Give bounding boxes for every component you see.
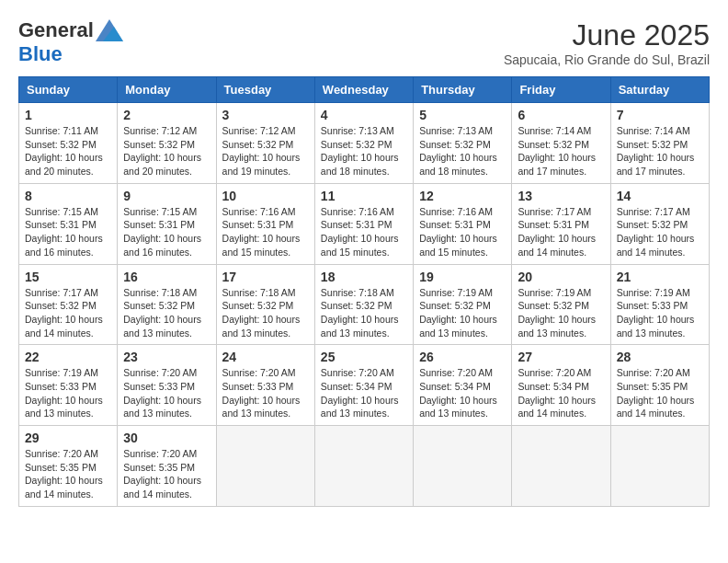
sunset-label: Sunset: 5:35 PM — [25, 462, 97, 473]
calendar-day-cell: 17 Sunrise: 7:18 AM Sunset: 5:32 PM Dayl… — [216, 264, 314, 345]
daylight-label: Daylight: 10 hours and 14 minutes. — [518, 233, 596, 258]
calendar-day-cell — [216, 426, 314, 507]
day-info: Sunrise: 7:17 AM Sunset: 5:32 PM Dayligh… — [25, 286, 111, 340]
sunrise-label: Sunrise: 7:17 AM — [617, 206, 690, 217]
day-number: 30 — [123, 431, 210, 445]
calendar-day-cell: 30 Sunrise: 7:20 AM Sunset: 5:35 PM Dayl… — [118, 426, 216, 507]
daylight-label: Daylight: 10 hours and 20 minutes. — [123, 152, 201, 177]
logo-icon — [96, 19, 123, 41]
daylight-label: Daylight: 10 hours and 18 minutes. — [321, 152, 399, 177]
sunset-label: Sunset: 5:31 PM — [222, 219, 294, 230]
sunset-label: Sunset: 5:31 PM — [123, 219, 195, 230]
calendar-day-cell: 28 Sunrise: 7:20 AM Sunset: 5:35 PM Dayl… — [610, 345, 709, 426]
day-number: 23 — [123, 350, 210, 364]
calendar-day-cell: 29 Sunrise: 7:20 AM Sunset: 5:35 PM Dayl… — [19, 426, 118, 507]
sunset-label: Sunset: 5:34 PM — [419, 381, 491, 392]
day-info: Sunrise: 7:16 AM Sunset: 5:31 PM Dayligh… — [321, 205, 407, 259]
calendar-day-header: Sunday — [19, 77, 118, 103]
sunset-label: Sunset: 5:31 PM — [321, 219, 392, 230]
day-number: 8 — [25, 189, 111, 203]
day-info: Sunrise: 7:12 AM Sunset: 5:32 PM Dayligh… — [222, 124, 309, 178]
day-number: 7 — [617, 108, 703, 122]
sunrise-label: Sunrise: 7:20 AM — [123, 367, 197, 378]
daylight-label: Daylight: 10 hours and 15 minutes. — [222, 233, 301, 258]
calendar-day-header: Wednesday — [314, 77, 413, 103]
sunrise-label: Sunrise: 7:19 AM — [25, 367, 98, 378]
sunset-label: Sunset: 5:32 PM — [222, 139, 294, 150]
sunrise-label: Sunrise: 7:20 AM — [617, 367, 690, 378]
calendar-day-header: Thursday — [414, 77, 512, 103]
day-info: Sunrise: 7:12 AM Sunset: 5:32 PM Dayligh… — [123, 124, 210, 178]
sunrise-label: Sunrise: 7:17 AM — [25, 287, 98, 298]
sunrise-label: Sunrise: 7:11 AM — [25, 125, 98, 136]
calendar-header-row: SundayMondayTuesdayWednesdayThursdayFrid… — [19, 77, 710, 103]
day-number: 16 — [123, 270, 210, 284]
sunset-label: Sunset: 5:32 PM — [518, 139, 589, 150]
daylight-label: Daylight: 10 hours and 13 minutes. — [123, 395, 201, 419]
calendar-day-cell: 23 Sunrise: 7:20 AM Sunset: 5:33 PM Dayl… — [118, 345, 216, 426]
day-info: Sunrise: 7:20 AM Sunset: 5:34 PM Dayligh… — [321, 366, 407, 420]
sunset-label: Sunset: 5:33 PM — [25, 381, 97, 392]
calendar-day-cell: 8 Sunrise: 7:15 AM Sunset: 5:31 PM Dayli… — [19, 183, 118, 264]
day-info: Sunrise: 7:20 AM Sunset: 5:33 PM Dayligh… — [222, 366, 309, 420]
day-number: 12 — [419, 189, 506, 203]
day-info: Sunrise: 7:15 AM Sunset: 5:31 PM Dayligh… — [25, 205, 111, 259]
sunrise-label: Sunrise: 7:14 AM — [617, 125, 690, 136]
day-info: Sunrise: 7:18 AM Sunset: 5:32 PM Dayligh… — [123, 286, 210, 340]
calendar-week-row: 22 Sunrise: 7:19 AM Sunset: 5:33 PM Dayl… — [19, 345, 710, 426]
sunrise-label: Sunrise: 7:17 AM — [518, 206, 591, 217]
day-number: 10 — [222, 189, 309, 203]
day-number: 1 — [25, 108, 111, 122]
calendar-day-cell: 15 Sunrise: 7:17 AM Sunset: 5:32 PM Dayl… — [19, 264, 118, 345]
daylight-label: Daylight: 10 hours and 13 minutes. — [25, 395, 103, 419]
sunset-label: Sunset: 5:34 PM — [321, 381, 392, 392]
sunset-label: Sunset: 5:33 PM — [123, 381, 195, 392]
day-info: Sunrise: 7:11 AM Sunset: 5:32 PM Dayligh… — [25, 124, 111, 178]
daylight-label: Daylight: 10 hours and 13 minutes. — [222, 314, 301, 339]
sunset-label: Sunset: 5:32 PM — [617, 139, 688, 150]
day-info: Sunrise: 7:16 AM Sunset: 5:31 PM Dayligh… — [222, 205, 309, 259]
calendar-day-cell: 4 Sunrise: 7:13 AM Sunset: 5:32 PM Dayli… — [314, 103, 413, 184]
day-number: 29 — [25, 431, 111, 445]
daylight-label: Daylight: 10 hours and 13 minutes. — [419, 395, 497, 419]
day-info: Sunrise: 7:20 AM Sunset: 5:34 PM Dayligh… — [518, 366, 604, 420]
daylight-label: Daylight: 10 hours and 13 minutes. — [123, 314, 201, 339]
sunset-label: Sunset: 5:35 PM — [123, 462, 195, 473]
day-number: 13 — [518, 189, 604, 203]
daylight-label: Daylight: 10 hours and 15 minutes. — [419, 233, 497, 258]
daylight-label: Daylight: 10 hours and 13 minutes. — [518, 314, 596, 339]
calendar-day-cell: 9 Sunrise: 7:15 AM Sunset: 5:31 PM Dayli… — [118, 183, 216, 264]
sunrise-label: Sunrise: 7:20 AM — [518, 367, 591, 378]
sunrise-label: Sunrise: 7:12 AM — [222, 125, 296, 136]
logo: General Blue — [18, 18, 123, 66]
sunrise-label: Sunrise: 7:20 AM — [123, 448, 197, 459]
day-number: 11 — [321, 189, 407, 203]
header: General Blue June 2025 Sapucaia, Rio Gra… — [18, 18, 710, 67]
daylight-label: Daylight: 10 hours and 19 minutes. — [222, 152, 301, 177]
sunset-label: Sunset: 5:32 PM — [25, 139, 97, 150]
location: Sapucaia, Rio Grande do Sul, Brazil — [504, 52, 710, 67]
sunrise-label: Sunrise: 7:15 AM — [25, 206, 98, 217]
daylight-label: Daylight: 10 hours and 20 minutes. — [25, 152, 103, 177]
day-number: 17 — [222, 270, 309, 284]
day-info: Sunrise: 7:19 AM Sunset: 5:33 PM Dayligh… — [617, 286, 703, 340]
day-number: 24 — [222, 350, 309, 364]
daylight-label: Daylight: 10 hours and 14 minutes. — [617, 233, 695, 258]
daylight-label: Daylight: 10 hours and 14 minutes. — [123, 475, 201, 500]
day-number: 5 — [419, 108, 506, 122]
day-number: 27 — [518, 350, 604, 364]
daylight-label: Daylight: 10 hours and 18 minutes. — [419, 152, 497, 177]
day-info: Sunrise: 7:20 AM Sunset: 5:34 PM Dayligh… — [419, 366, 506, 420]
day-info: Sunrise: 7:18 AM Sunset: 5:32 PM Dayligh… — [222, 286, 309, 340]
sunrise-label: Sunrise: 7:16 AM — [222, 206, 296, 217]
calendar-day-cell: 16 Sunrise: 7:18 AM Sunset: 5:32 PM Dayl… — [118, 264, 216, 345]
calendar-day-cell: 27 Sunrise: 7:20 AM Sunset: 5:34 PM Dayl… — [512, 345, 610, 426]
calendar-day-cell: 11 Sunrise: 7:16 AM Sunset: 5:31 PM Dayl… — [314, 183, 413, 264]
daylight-label: Daylight: 10 hours and 15 minutes. — [321, 233, 399, 258]
calendar-day-cell: 5 Sunrise: 7:13 AM Sunset: 5:32 PM Dayli… — [414, 103, 512, 184]
calendar-day-cell — [512, 426, 610, 507]
daylight-label: Daylight: 10 hours and 13 minutes. — [419, 314, 497, 339]
day-info: Sunrise: 7:13 AM Sunset: 5:32 PM Dayligh… — [321, 124, 407, 178]
day-info: Sunrise: 7:14 AM Sunset: 5:32 PM Dayligh… — [518, 124, 604, 178]
day-info: Sunrise: 7:20 AM Sunset: 5:35 PM Dayligh… — [25, 447, 111, 501]
